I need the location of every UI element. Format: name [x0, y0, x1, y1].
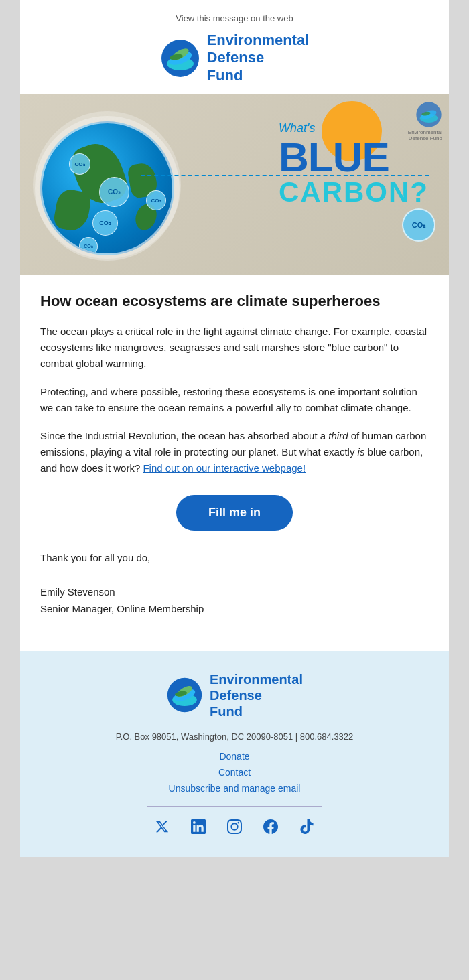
email-container: View this message on the web Environment… — [20, 0, 449, 857]
tiktok-icon[interactable] — [296, 816, 318, 837]
body-content: How ocean ecosystems are climate superhe… — [20, 275, 449, 651]
footer-edf-logo-icon — [166, 677, 203, 713]
hero-image: EnvironmentalDefense Fund CO₂ CO₂ CO₂ — [20, 94, 449, 275]
social-icons — [34, 816, 436, 837]
sign-off-line1: Thank you for all you do, — [40, 549, 429, 567]
email-header: View this message on the web Environment… — [20, 0, 449, 94]
article-title: How ocean ecosystems are climate superhe… — [40, 292, 429, 311]
footer-divider — [147, 806, 322, 807]
paragraph-2: Protecting, and where possible, restorin… — [40, 384, 429, 416]
email-wrapper: View this message on the web Environment… — [0, 0, 469, 857]
contact-link[interactable]: Contact — [34, 767, 436, 778]
facebook-icon[interactable] — [260, 816, 281, 837]
instagram-icon[interactable] — [224, 816, 245, 837]
co2-bubble-right: CO₂ — [146, 190, 166, 210]
para3-italic-is: is — [358, 446, 365, 458]
unsubscribe-link[interactable]: Unsubscribe and manage email — [34, 783, 436, 794]
email-footer: Environmental Defense Fund P.O. Box 9805… — [20, 651, 449, 857]
edf-logo-text: Environmental Defense Fund — [207, 31, 310, 84]
fill-me-in-button[interactable]: Fill me in — [176, 495, 293, 531]
para3-italic-third: third — [328, 430, 348, 441]
blue-label: BLUE — [279, 137, 429, 178]
edf-logo-icon — [160, 38, 200, 78]
co2-bubble-center: CO₂ — [99, 177, 129, 207]
sign-off-title: Senior Manager, Online Membership — [40, 600, 429, 618]
sign-off-name: Emily Stevenson — [40, 583, 429, 601]
globe-circle: CO₂ CO₂ CO₂ CO₂ CO₂ — [40, 121, 174, 255]
globe-illustration: CO₂ CO₂ CO₂ CO₂ CO₂ — [34, 108, 181, 262]
carbon-label: CARBON? — [279, 178, 429, 206]
co2-bubble-top: CO₂ — [69, 153, 90, 175]
co2-bubble-lower: CO₂ — [79, 237, 98, 255]
sign-off: Thank you for all you do, Emily Stevenso… — [40, 549, 429, 638]
interactive-webpage-link[interactable]: Find out on our interactive webpage! — [143, 462, 306, 474]
twitter-x-icon[interactable] — [151, 816, 173, 837]
co2-bubble-bottom: CO₂ — [92, 210, 118, 236]
donate-link[interactable]: Donate — [34, 751, 436, 762]
linkedin-icon[interactable] — [188, 816, 209, 837]
footer-address: P.O. Box 98051, Washington, DC 20090-805… — [34, 731, 436, 742]
co2-bubble-hero-right: CO₂ — [402, 208, 436, 242]
cta-container: Fill me in — [40, 495, 429, 531]
paragraph-3: Since the Industrial Revolution, the oce… — [40, 428, 429, 476]
footer-logo-text: Environmental Defense Fund — [210, 671, 303, 719]
footer-links: Donate Contact Unsubscribe and manage em… — [34, 751, 436, 794]
blue-carbon-title: What's BLUE CARBON? — [279, 121, 429, 206]
globe-land-2 — [52, 188, 92, 233]
logo-area: Environmental Defense Fund — [34, 31, 436, 84]
whats-label: What's — [279, 121, 429, 135]
para3-pre: Since the Industrial Revolution, the oce… — [40, 430, 328, 441]
paragraph-1: The ocean plays a critical role in the f… — [40, 324, 429, 372]
footer-logo-area: Environmental Defense Fund — [34, 671, 436, 719]
view-on-web-link[interactable]: View this message on the web — [34, 13, 436, 23]
